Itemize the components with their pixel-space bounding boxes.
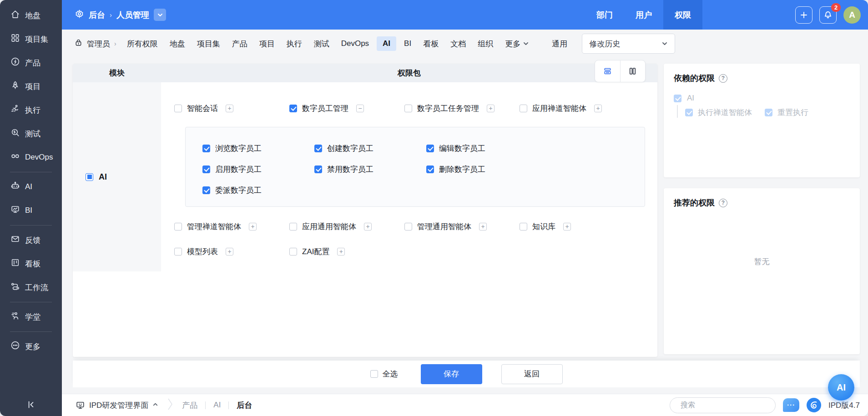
back-button[interactable]: 返回 bbox=[501, 364, 563, 384]
select-all-control[interactable]: 全选 bbox=[370, 369, 398, 379]
select-all-checkbox[interactable] bbox=[370, 370, 378, 378]
permission-item[interactable]: 禁用数字员工 bbox=[314, 164, 426, 175]
history-select[interactable]: 修改历史 bbox=[582, 34, 675, 54]
create-button[interactable] bbox=[795, 6, 812, 24]
checkbox[interactable] bbox=[202, 145, 210, 152]
expand-toggle[interactable]: + bbox=[226, 105, 233, 112]
chat-icon[interactable]: ··· bbox=[783, 398, 799, 412]
subnav-tab-product[interactable]: 产品 bbox=[226, 39, 253, 49]
expand-toggle[interactable]: + bbox=[226, 248, 233, 256]
checkbox[interactable] bbox=[289, 223, 297, 231]
checkbox[interactable] bbox=[426, 165, 434, 173]
permission-item[interactable]: 智能会话 + bbox=[174, 103, 289, 114]
subnav-tab-doc[interactable]: 文档 bbox=[444, 39, 472, 49]
zentao-logo-icon[interactable] bbox=[807, 398, 821, 412]
ai-assistant-button[interactable]: AI bbox=[828, 374, 854, 401]
subnav-tab-execution[interactable]: 执行 bbox=[281, 39, 308, 49]
sidebar-item-feedback[interactable]: 反馈 bbox=[0, 228, 62, 252]
crumb-product[interactable]: 产品 bbox=[182, 400, 197, 411]
sidebar-item-project[interactable]: 项目 bbox=[0, 75, 62, 98]
checkbox[interactable] bbox=[426, 145, 434, 152]
help-icon[interactable]: ? bbox=[719, 199, 727, 207]
permission-item[interactable]: 浏览数字员工 bbox=[202, 143, 314, 154]
checkbox[interactable] bbox=[202, 165, 210, 173]
sidebar-item-home[interactable]: 地盘 bbox=[0, 4, 62, 27]
permission-item[interactable]: ZAI配置 + bbox=[289, 246, 404, 257]
subnav-tab-kanban[interactable]: 看板 bbox=[417, 39, 444, 49]
permission-item[interactable]: 应用通用智能体 + bbox=[289, 221, 404, 232]
expand-toggle[interactable]: + bbox=[364, 223, 372, 231]
checkbox[interactable] bbox=[404, 223, 412, 231]
subnav-tab-all[interactable]: 所有权限 bbox=[121, 39, 164, 49]
sidebar-item-workflow[interactable]: 工作流 bbox=[0, 276, 62, 299]
subnav-tab-org[interactable]: 组织 bbox=[472, 39, 499, 49]
breadcrumb-section[interactable]: 后台 bbox=[89, 10, 105, 20]
subnav-tab-qa[interactable]: 测试 bbox=[308, 39, 335, 49]
permission-item[interactable]: 编辑数字员工 bbox=[426, 143, 538, 154]
permission-item[interactable]: 应用禅道智能体 + bbox=[520, 103, 635, 114]
tab-department[interactable]: 部门 bbox=[585, 0, 624, 30]
permission-item[interactable]: 知识库 + bbox=[520, 221, 635, 232]
row-view-button[interactable] bbox=[595, 60, 620, 82]
permission-item[interactable]: 数字员工管理 − bbox=[289, 103, 404, 114]
sidebar-item-ai[interactable]: AI bbox=[0, 175, 62, 199]
checkbox[interactable] bbox=[314, 145, 322, 152]
role-selector[interactable]: 管理员 bbox=[87, 39, 110, 49]
collapse-sidebar-button[interactable] bbox=[0, 400, 62, 410]
checkbox[interactable] bbox=[289, 105, 297, 112]
subnav-tab-devops[interactable]: DevOps bbox=[335, 39, 375, 48]
notifications-button[interactable]: 2 bbox=[819, 6, 837, 24]
sidebar-item-bi[interactable]: BI bbox=[0, 199, 62, 222]
permission-item[interactable]: 委派数字员工 bbox=[202, 185, 314, 195]
subnav-tab-general[interactable]: 通用 bbox=[546, 39, 573, 49]
checkbox[interactable] bbox=[314, 165, 322, 173]
checkbox[interactable] bbox=[289, 248, 297, 256]
save-button[interactable]: 保存 bbox=[421, 364, 482, 384]
checkbox[interactable] bbox=[174, 248, 182, 256]
sidebar-item-devops[interactable]: DevOps bbox=[0, 145, 62, 169]
avatar[interactable]: A bbox=[843, 6, 861, 24]
checkbox[interactable] bbox=[174, 105, 182, 112]
app-switcher[interactable]: IPD研发管理界面 bbox=[76, 400, 158, 411]
subnav-tab-project[interactable]: 项目 bbox=[253, 39, 281, 49]
expand-toggle[interactable]: + bbox=[337, 248, 345, 256]
expand-toggle[interactable]: + bbox=[563, 223, 571, 231]
crumb-admin[interactable]: 后台 bbox=[237, 400, 252, 411]
module-checkbox[interactable] bbox=[86, 173, 93, 181]
sidebar-item-execution[interactable]: 执行 bbox=[0, 98, 62, 122]
sidebar-item-product[interactable]: 产品 bbox=[0, 51, 62, 75]
subnav-tab-home[interactable]: 地盘 bbox=[164, 39, 191, 49]
permission-item[interactable]: 启用数字员工 bbox=[202, 164, 314, 175]
sidebar-item-more[interactable]: 更多 bbox=[0, 335, 62, 358]
search-input[interactable] bbox=[681, 401, 775, 409]
search-box[interactable] bbox=[670, 397, 776, 413]
checkbox[interactable] bbox=[520, 105, 527, 112]
sidebar-item-qa[interactable]: 测试 bbox=[0, 122, 62, 145]
checkbox[interactable] bbox=[174, 223, 182, 231]
crumb-ai[interactable]: AI bbox=[213, 401, 221, 410]
permission-item[interactable]: 数字员工任务管理 + bbox=[404, 103, 520, 114]
sidebar-item-program[interactable]: 项目集 bbox=[0, 27, 62, 51]
subnav-tab-ai[interactable]: AI bbox=[377, 36, 396, 51]
column-view-button[interactable] bbox=[620, 60, 646, 82]
help-icon[interactable]: ? bbox=[719, 74, 727, 83]
sidebar-item-kanban[interactable]: 看板 bbox=[0, 252, 62, 276]
expand-toggle[interactable]: + bbox=[594, 105, 602, 112]
permission-item[interactable]: 删除数字员工 bbox=[426, 164, 538, 175]
permission-item[interactable]: 管理禅道智能体 + bbox=[174, 221, 289, 232]
checkbox[interactable] bbox=[520, 223, 527, 231]
permission-item[interactable]: 创建数字员工 bbox=[314, 143, 426, 154]
page-switcher-dropdown[interactable] bbox=[154, 9, 166, 21]
collapse-toggle[interactable]: − bbox=[356, 105, 364, 112]
expand-toggle[interactable]: + bbox=[487, 105, 495, 112]
expand-toggle[interactable]: + bbox=[249, 223, 257, 231]
permission-item[interactable]: 模型列表 + bbox=[174, 246, 289, 257]
tab-privilege[interactable]: 权限 bbox=[663, 0, 702, 30]
sidebar-item-tutorial[interactable]: 学堂 bbox=[0, 305, 62, 329]
tab-user[interactable]: 用户 bbox=[624, 0, 663, 30]
subnav-more-dropdown[interactable]: 更多 bbox=[499, 39, 535, 49]
expand-toggle[interactable]: + bbox=[479, 223, 487, 231]
checkbox[interactable] bbox=[404, 105, 412, 112]
checkbox[interactable] bbox=[202, 186, 210, 194]
breadcrumb-page[interactable]: 人员管理 bbox=[116, 10, 149, 20]
